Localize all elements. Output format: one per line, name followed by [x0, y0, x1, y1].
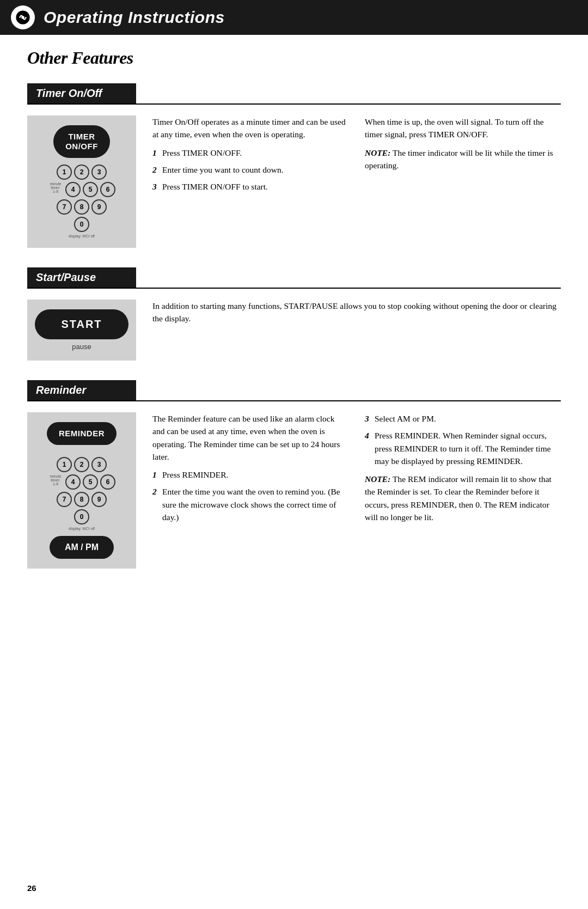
- numpad-8[interactable]: 8: [74, 199, 89, 215]
- r-numpad-6[interactable]: 6: [100, 474, 115, 490]
- numpad-2[interactable]: 2: [74, 164, 89, 180]
- timer-step-1-text: Press TIMER ON/OFF.: [162, 147, 242, 159]
- page-subtitle: Other Features: [27, 48, 561, 68]
- timer-section: Timer On/Off TIMERON/OFF 1 2 3 minutetim…: [27, 83, 561, 248]
- timer-step-2-text: Enter time you want to count down.: [162, 163, 284, 176]
- timer-col2-intro: When time is up, the oven will signal. T…: [365, 115, 561, 141]
- start-button-label: START: [61, 318, 102, 330]
- reminder-step-4-text: Press REMINDER. When Reminder signal occ…: [375, 429, 561, 467]
- timer-note-label: NOTE:: [365, 148, 390, 157]
- brand-logo-icon: [11, 5, 35, 29]
- am-pm-button[interactable]: AM / PM: [50, 536, 114, 559]
- reminder-step-3-text: Select AM or PM.: [375, 412, 436, 425]
- reminder-col2: 3 Select AM or PM. 4 Press REMINDER. Whe…: [365, 412, 561, 569]
- reminder-note-text: The REM indicator will remain lit to sho…: [365, 474, 552, 522]
- start-pause-image-box: START pause: [27, 300, 136, 361]
- main-content: Other Features Timer On/Off TIMERON/OFF …: [0, 35, 588, 610]
- reminder-image-box: REMINDER 1 2 3 minutetimer:1-6 4 5 6: [27, 412, 136, 569]
- timer-col2: When time is up, the oven will signal. T…: [365, 115, 561, 248]
- r-numpad-5[interactable]: 5: [83, 474, 98, 490]
- timer-button-label: TIMERON/OFF: [65, 132, 98, 151]
- am-pm-label: AM / PM: [65, 542, 99, 552]
- reminder-text-columns: The Reminder feature can be used like an…: [152, 412, 561, 569]
- r-numpad-2[interactable]: 2: [74, 457, 89, 472]
- pause-label: pause: [72, 343, 91, 351]
- reminder-section: Reminder REMINDER 1 2 3 minutetimer:1-6 …: [27, 380, 561, 569]
- page-number: 26: [27, 883, 36, 893]
- timer-section-label: Timer On/Off: [27, 83, 136, 103]
- start-button-wrap: START pause: [35, 309, 128, 351]
- reminder-button[interactable]: REMINDER: [47, 422, 117, 445]
- timer-text-columns: Timer On/Off operates as a minute timer …: [152, 115, 561, 248]
- numpad-3[interactable]: 3: [91, 164, 107, 180]
- r-numpad-7[interactable]: 7: [57, 492, 72, 507]
- r-numpad-0[interactable]: 0: [74, 509, 89, 524]
- r-numpad-1[interactable]: 1: [57, 457, 72, 472]
- numpad-1[interactable]: 1: [57, 164, 72, 180]
- timer-col1: Timer On/Off operates as a minute timer …: [152, 115, 348, 248]
- reminder-step-3: 3 Select AM or PM.: [365, 412, 561, 425]
- r-numpad-4[interactable]: 4: [65, 474, 81, 490]
- reminder-step-1-text: Press REMINDER.: [162, 468, 228, 481]
- r-numpad-9[interactable]: 9: [91, 492, 107, 507]
- timer-image-box: TIMERON/OFF 1 2 3 minutetimer:1-6 4 5 6: [27, 115, 136, 248]
- timer-intro: Timer On/Off operates as a minute timer …: [152, 115, 348, 141]
- reminder-section-label: Reminder: [27, 380, 136, 400]
- timer-note: NOTE: The timer indicator will be lit wh…: [365, 147, 561, 172]
- timer-button[interactable]: TIMERON/OFF: [53, 125, 110, 158]
- start-pause-content: START pause In addition to starting many…: [27, 300, 561, 361]
- start-pause-text: In addition to starting many functions, …: [152, 300, 561, 325]
- reminder-content: REMINDER 1 2 3 minutetimer:1-6 4 5 6: [27, 412, 561, 569]
- reminder-step-1: 1 Press REMINDER.: [152, 468, 348, 481]
- reminder-note-label: NOTE:: [365, 474, 390, 484]
- start-pause-section-label: Start/Pause: [27, 267, 136, 288]
- start-pause-section: Start/Pause START pause In addition to s…: [27, 267, 561, 361]
- reminder-numpad: 1 2 3 minutetimer:1-6 4 5 6 7 8 9: [48, 457, 115, 530]
- numpad-6[interactable]: 6: [100, 182, 115, 197]
- numpad-9[interactable]: 9: [91, 199, 107, 215]
- reminder-step-2: 2 Enter the time you want the oven to re…: [152, 485, 348, 523]
- reminder-note: NOTE: The REM indicator will remain lit …: [365, 473, 561, 523]
- timer-step-3: 3 Press TIMER ON/OFF to start.: [152, 180, 348, 193]
- timer-note-text: The timer indicator will be lit while th…: [365, 148, 553, 170]
- start-pause-col1: In addition to starting many functions, …: [152, 300, 561, 361]
- timer-numpad: 1 2 3 minutetimer:1-6 4 5 6 7 8 9: [48, 164, 115, 238]
- reminder-display-text: display: MCI off: [69, 527, 95, 530]
- reminder-step-4: 4 Press REMINDER. When Reminder signal o…: [365, 429, 561, 467]
- timer-content: TIMERON/OFF 1 2 3 minutetimer:1-6 4 5 6: [27, 115, 561, 248]
- page-header: Operating Instructions: [0, 0, 588, 35]
- r-numpad-3[interactable]: 3: [91, 457, 107, 472]
- timer-step-1: 1 Press TIMER ON/OFF.: [152, 147, 348, 159]
- reminder-step-2-text: Enter the time you want the oven to remi…: [162, 485, 348, 523]
- header-title: Operating Instructions: [44, 8, 225, 27]
- reminder-intro: The Reminder feature can be used like an…: [152, 412, 348, 463]
- start-button[interactable]: START: [35, 309, 128, 339]
- r-numpad-8[interactable]: 8: [74, 492, 89, 507]
- numpad-7[interactable]: 7: [57, 199, 72, 215]
- reminder-button-label: REMINDER: [59, 429, 105, 438]
- svg-point-1: [21, 16, 24, 19]
- numpad-4[interactable]: 4: [65, 182, 81, 197]
- numpad-0[interactable]: 0: [74, 217, 89, 232]
- timer-step-2: 2 Enter time you want to count down.: [152, 163, 348, 176]
- timer-display-text: display: MCI off: [69, 234, 95, 238]
- numpad-5[interactable]: 5: [83, 182, 98, 197]
- timer-step-3-text: Press TIMER ON/OFF to start.: [162, 180, 268, 193]
- reminder-col1: The Reminder feature can be used like an…: [152, 412, 348, 569]
